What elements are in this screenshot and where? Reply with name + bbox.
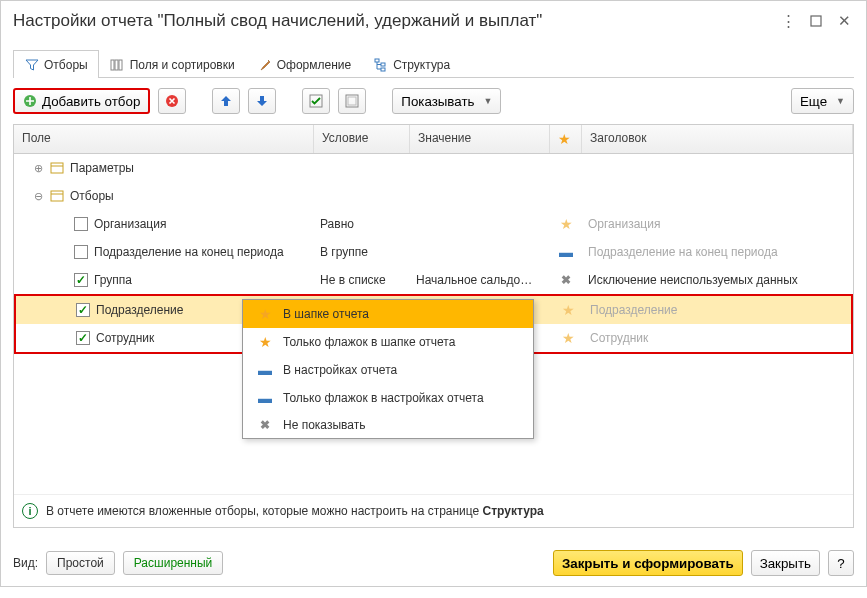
close-and-form-button[interactable]: Закрыть и сформировать [553,550,743,576]
checkbox[interactable] [74,273,88,287]
window-title: Настройки отчета "Полный свод начислений… [13,11,770,31]
dropdown-item[interactable]: ▬В настройках отчета [243,356,533,384]
button-label: Добавить отбор [42,94,140,109]
dash-icon: ▬ [559,244,573,260]
add-filter-button[interactable]: Добавить отбор [13,88,150,114]
filter-row[interactable]: Подразделение на конец периодаВ группе▬П… [14,238,853,266]
dropdown-item[interactable]: ★Только флажок в шапке отчета [243,328,533,356]
chevron-down-icon: ▼ [836,96,845,106]
button-label: Показывать [401,94,474,109]
title-text: Подразделение на конец периода [588,245,778,259]
plus-circle-icon [23,94,37,108]
dash-icon: ▬ [258,390,272,406]
dd-item-icon: ★ [257,306,273,322]
parameters-icon [50,161,64,175]
svg-rect-2 [115,60,118,70]
star-icon: ★ [562,302,575,318]
condition-value: Равно [320,217,354,231]
brush-icon [257,57,272,72]
svg-rect-3 [119,60,122,70]
title-text: Организация [588,217,660,231]
checkbox[interactable] [74,245,88,259]
kebab-icon[interactable]: ⋮ [778,11,798,31]
dd-item-icon: ▬ [257,362,273,378]
delete-button[interactable] [158,88,186,114]
tab-format[interactable]: Оформление [246,50,362,78]
more-dropdown-button[interactable]: Еще ▼ [791,88,854,114]
view-advanced-button[interactable]: Расширенный [123,551,224,575]
move-down-button[interactable] [248,88,276,114]
tab-structure[interactable]: Структура [362,50,461,78]
help-button[interactable]: ? [828,550,854,576]
close-button[interactable]: Закрыть [751,550,820,576]
filter-row[interactable]: ГруппаНе в спискеНачальное сальдо…✖Исклю… [14,266,853,294]
filters-node-icon [50,189,64,203]
show-mode-dropdown: ★В шапке отчета★Только флажок в шапке от… [242,299,534,439]
svg-rect-4 [375,59,379,62]
info-icon: i [22,503,38,519]
dd-item-label: В шапке отчета [283,307,369,321]
x-icon: ✖ [561,273,571,287]
svg-rect-1 [111,60,114,70]
col-value[interactable]: Значение [410,125,550,153]
close-icon[interactable]: ✕ [834,11,854,31]
tree-node-filters[interactable]: ⊖ Отборы [14,182,853,210]
field-name: Группа [94,273,132,287]
dropdown-item[interactable]: ▬Только флажок в настройках отчета [243,384,533,412]
tab-label: Отборы [44,58,88,72]
info-text: В отчете имеются вложенные отборы, котор… [46,504,544,518]
button-label: Еще [800,94,827,109]
view-simple-button[interactable]: Простой [46,551,115,575]
view-label: Вид: [13,556,38,570]
dd-item-label: В настройках отчета [283,363,397,377]
tab-fields[interactable]: Поля и сортировки [99,50,246,78]
uncheck-all-button[interactable] [338,88,366,114]
columns-icon [110,57,125,72]
dd-item-label: Не показывать [283,418,365,432]
tab-filters[interactable]: Отборы [13,50,99,78]
field-name: Сотрудник [96,331,154,345]
tab-label: Структура [393,58,450,72]
show-dropdown-button[interactable]: Показывать ▼ [392,88,501,114]
dropdown-item[interactable]: ★В шапке отчета [243,300,533,328]
check-all-button[interactable] [302,88,330,114]
dropdown-item[interactable]: ✖Не показывать [243,412,533,438]
arrow-down-icon [255,94,269,108]
tab-label: Поля и сортировки [130,58,235,72]
star-icon: ★ [558,131,571,147]
check-all-icon [309,94,323,108]
chevron-down-icon: ▼ [483,96,492,106]
grid-body: ⊕ Параметры ⊖ Отборы [14,154,853,494]
filter-grid: Поле Условие Значение ★ Заголовок ⊕ Пара… [13,124,854,528]
filter-row[interactable]: ОрганизацияРавно★Организация [14,210,853,238]
svg-rect-11 [348,97,356,105]
svg-rect-12 [51,163,63,173]
star-icon: ★ [259,306,272,322]
maximize-icon[interactable] [806,11,826,31]
checkbox[interactable] [74,217,88,231]
title-text: Сотрудник [590,331,648,345]
tree-icon [373,57,388,72]
checkbox[interactable] [76,331,90,345]
value-text: Начальное сальдо… [416,273,532,287]
condition-value: Не в списке [320,273,386,287]
toolbar: Добавить отбор [13,78,854,124]
dd-item-icon: ▬ [257,390,273,406]
arrow-up-icon [219,94,233,108]
tree-node-parameters[interactable]: ⊕ Параметры [14,154,853,182]
col-star[interactable]: ★ [550,125,582,153]
col-title[interactable]: Заголовок [582,125,853,153]
tab-label: Оформление [277,58,351,72]
collapse-icon[interactable]: ⊖ [32,190,44,203]
field-name: Организация [94,217,166,231]
col-field[interactable]: Поле [14,125,314,153]
x-icon: ✖ [260,418,270,432]
dd-item-icon: ★ [257,334,273,350]
move-up-button[interactable] [212,88,240,114]
node-label: Отборы [70,189,114,203]
checkbox[interactable] [76,303,90,317]
star-icon: ★ [259,334,272,350]
expand-icon[interactable]: ⊕ [32,162,44,175]
info-bar: i В отчете имеются вложенные отборы, кот… [14,494,853,527]
col-condition[interactable]: Условие [314,125,410,153]
